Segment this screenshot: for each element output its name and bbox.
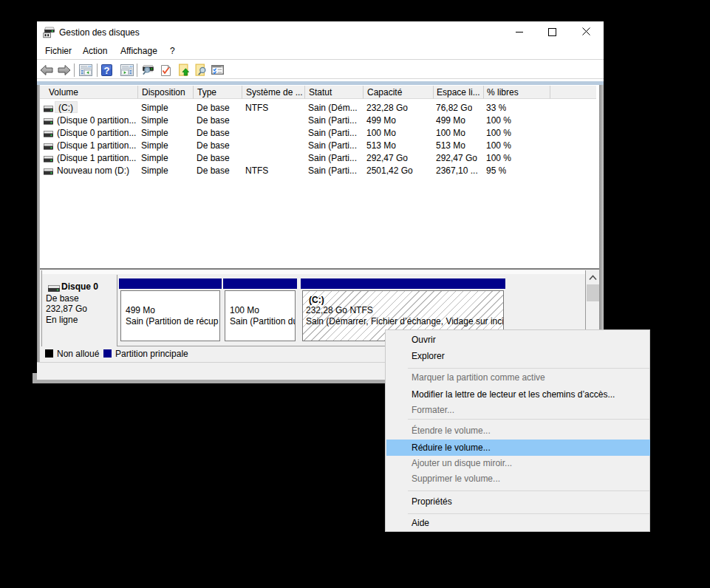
svg-text:?: ? <box>104 65 110 76</box>
